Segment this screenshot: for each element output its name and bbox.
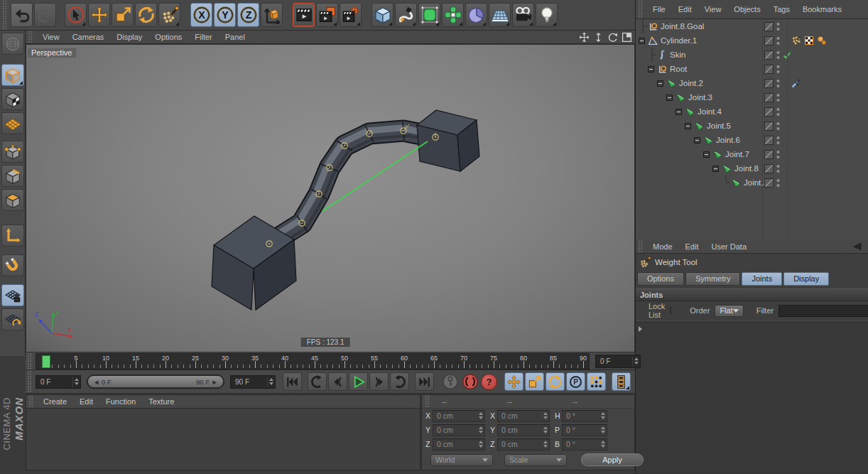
pos-x-field[interactable]: 0 cm [433, 410, 485, 422]
add-cube-button[interactable] [371, 3, 394, 27]
visibility-dots-icon[interactable] [776, 64, 781, 75]
panel-grip-icon[interactable] [28, 395, 34, 408]
menu-item-edit[interactable]: Edit [73, 397, 99, 406]
rotate-view-icon[interactable] [607, 32, 618, 43]
lock-workplane-button[interactable] [1, 284, 24, 306]
y-axis-lock-button[interactable]: Y [214, 3, 236, 27]
expander-toggle[interactable] [703, 151, 710, 158]
menu-item-edit[interactable]: Edit [672, 5, 698, 14]
current-frame-box[interactable]: 0 F [36, 375, 81, 389]
move-tool-button[interactable] [88, 3, 110, 27]
undo-button[interactable] [11, 3, 33, 27]
stepper-icon[interactable] [541, 411, 548, 421]
next-key-button[interactable] [390, 372, 409, 391]
panel-grip-icon[interactable] [425, 395, 430, 408]
object-row-joint-3[interactable]: Joint.3 [636, 176, 868, 190]
previous-frame-button[interactable] [328, 372, 347, 391]
object-row-joint-7[interactable]: Joint.7 [636, 147, 868, 161]
panel-grip-icon[interactable] [638, 240, 644, 253]
expander-toggle[interactable] [657, 80, 663, 87]
object-row-joint-3[interactable]: Joint.3 [636, 90, 868, 104]
z-axis-lock-button[interactable]: Z [237, 3, 259, 27]
visibility-dots-icon[interactable] [776, 135, 781, 146]
size-x-field[interactable]: 0 cm [497, 410, 550, 422]
stepper-icon[interactable] [477, 411, 484, 421]
layer-toggle-icon[interactable] [764, 164, 774, 173]
size-mode-dropdown[interactable]: Scale [504, 454, 567, 466]
visibility-dots-icon[interactable] [776, 149, 781, 160]
tab-display[interactable]: Display [783, 272, 829, 286]
stepper-icon[interactable] [477, 426, 484, 435]
menu-item-texture[interactable]: Texture [142, 397, 180, 406]
make-editable-button[interactable] [1, 33, 24, 55]
joints-list-area[interactable] [636, 322, 868, 474]
object-row-joint-8[interactable]: Joint.8 [636, 161, 868, 176]
menu-item-options[interactable]: Options [148, 33, 188, 41]
coordinate-system-button[interactable] [261, 3, 283, 27]
model-mode-button[interactable] [1, 64, 24, 86]
phong-tag-icon[interactable] [817, 36, 827, 45]
light-button[interactable] [536, 3, 558, 27]
visibility-dots-icon[interactable] [776, 92, 781, 103]
object-row-joint-4[interactable]: Joint.4 [636, 104, 868, 119]
goto-end-button[interactable] [415, 372, 434, 391]
timeline-frame-box[interactable]: 0 F [595, 355, 641, 368]
layer-toggle-icon[interactable] [764, 107, 774, 117]
zoom-view-icon[interactable] [593, 32, 604, 43]
pan-view-icon[interactable] [579, 32, 590, 43]
mograph-cloner-button[interactable] [442, 3, 464, 27]
visibility-dots-icon[interactable] [776, 178, 781, 188]
rot-p-field[interactable]: 0 ° [562, 424, 607, 436]
panel-grip-icon[interactable] [638, 0, 644, 18]
stepper-icon[interactable] [541, 426, 548, 435]
tab-joints[interactable]: Joints [742, 272, 782, 286]
menu-item-file[interactable]: File [646, 5, 672, 14]
visibility-dots-icon[interactable] [776, 107, 781, 117]
next-frame-button[interactable] [369, 372, 389, 391]
layer-toggle-icon[interactable] [764, 36, 774, 45]
layer-toggle-icon[interactable] [764, 50, 774, 60]
key-scale-button[interactable] [525, 372, 544, 391]
object-row-cylinder-1[interactable]: Cylinder.1 [636, 33, 868, 48]
pos-y-field[interactable]: 0 cm [433, 424, 485, 436]
key-rotation-button[interactable] [546, 372, 565, 391]
menu-item-filter[interactable]: Filter [188, 33, 218, 41]
menu-item-edit[interactable]: Edit [679, 242, 705, 251]
key-parameter-button[interactable]: P [566, 372, 585, 391]
texture-tag-icon[interactable] [804, 36, 814, 45]
visibility-dots-icon[interactable] [776, 21, 781, 32]
end-frame-box[interactable]: 90 F [230, 375, 276, 389]
coordinate-system-dropdown[interactable]: World [430, 454, 493, 466]
volume-button[interactable] [465, 3, 487, 27]
camera-button[interactable] [512, 3, 534, 27]
viewport-canvas[interactable]: Perspective X Y Z FPS : 123.1 [26, 44, 635, 352]
key-pla-button[interactable] [587, 372, 606, 391]
panel-grip-icon[interactable] [27, 370, 33, 393]
expander-toggle[interactable] [639, 38, 645, 44]
play-button[interactable] [349, 372, 368, 391]
layer-toggle-icon[interactable] [764, 122, 774, 131]
toolbar-grip-icon[interactable] [2, 0, 8, 30]
rot-h-field[interactable]: 0 ° [562, 410, 607, 422]
workplane-transform-button[interactable] [1, 308, 24, 330]
preview-button[interactable] [612, 372, 631, 391]
redo-button[interactable] [34, 3, 56, 27]
timeline-ruler[interactable]: 051015202530354045505560657075808590 [36, 353, 590, 370]
stepper-icon[interactable] [599, 426, 606, 435]
order-dropdown[interactable]: Flat [715, 305, 743, 317]
workplane-mode-button[interactable] [1, 112, 24, 134]
stepper-icon[interactable] [541, 440, 548, 449]
scale-tool-button[interactable] [112, 3, 134, 27]
menu-item-objects[interactable]: Objects [727, 5, 766, 14]
range-thumb[interactable]: ◄ 0 F 90 F ► [88, 376, 223, 387]
history-back-icon[interactable] [848, 241, 864, 252]
frame-range-slider[interactable]: ◄ 0 F 90 F ► [87, 375, 224, 389]
menu-item-display[interactable]: Display [110, 33, 148, 41]
weight-tag-icon[interactable] [791, 36, 801, 45]
tab-symmetry[interactable]: Symmetry [685, 272, 741, 286]
enable-snap-button[interactable] [1, 254, 24, 276]
render-view-button[interactable] [293, 3, 315, 27]
panel-grip-icon[interactable] [28, 31, 33, 43]
stepper-icon[interactable] [599, 411, 606, 421]
filter-input[interactable] [779, 305, 868, 317]
